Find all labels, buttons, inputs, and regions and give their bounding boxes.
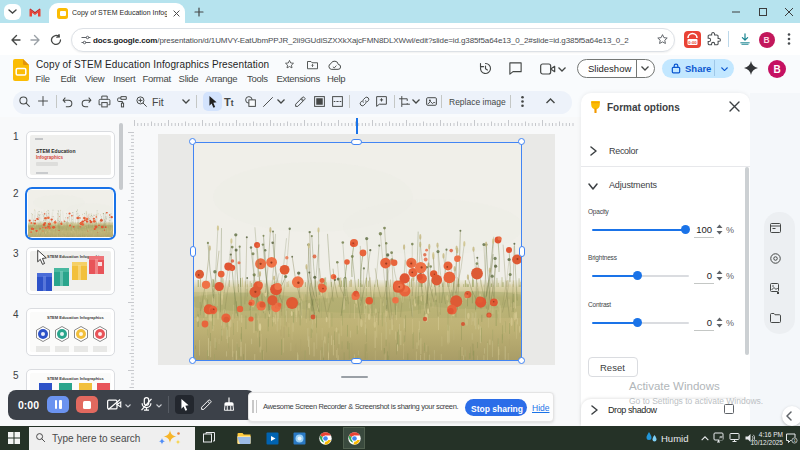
svg-text:0:00: 0:00 <box>688 40 697 45</box>
